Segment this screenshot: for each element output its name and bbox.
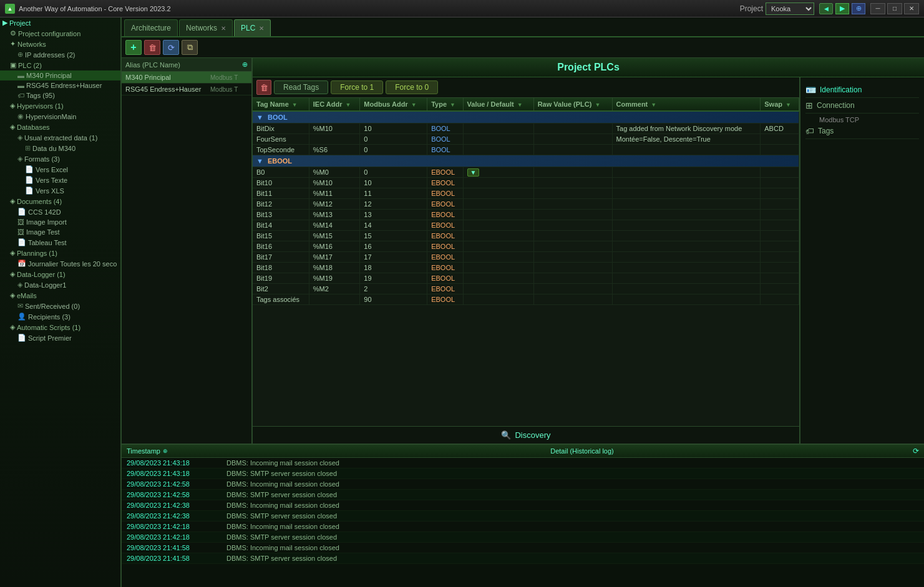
section-header-bool-section[interactable]: ▼ BOOL [253,111,799,124]
sidebar-item-plannings[interactable]: ◈Plannings (1) [0,248,120,258]
log-filter-icon[interactable]: ⊕ [163,448,168,454]
sidebar-icon-documents: ◈ [10,197,15,205]
sidebar-item-image-test[interactable]: 🖼Image Test [0,227,120,237]
sidebar-item-data-logger1[interactable]: ◈Data-Logger1 [0,279,120,290]
modbus-tcp-label: Modbus TCP [805,114,919,124]
tab-label-plc: PLC [241,24,255,32]
sidebar-item-ccs-142d[interactable]: 📄CCS 142D [0,206,120,217]
plc-row-m340[interactable]: M340 PrincipalModbus T [122,72,251,84]
sidebar-item-script-premier[interactable]: 📄Script Premier [0,332,120,343]
table-row[interactable]: Bit16 %M16 16 EBOOL [253,241,799,252]
log-detail: DBMS: Incoming mail session closed [226,480,919,488]
sidebar-item-hypervisors[interactable]: ◈Hypervisors (1) [0,100,120,111]
table-row[interactable]: Bit13 %M13 13 EBOOL [253,210,799,220]
sidebar-item-image-import[interactable]: 🖼Image Import [0,217,120,227]
sidebar-item-data-logger[interactable]: ◈Data-Logger (1) [0,269,120,279]
copy-plc-btn[interactable]: ⧉ [182,40,198,55]
left-pane-scrollbar[interactable] [122,436,251,444]
maximize-btn[interactable]: □ [887,3,902,14]
log-header: Timestamp ⊕ Detail (Historical log) ⟳ [122,445,924,458]
table-row[interactable]: Bit18 %M18 18 EBOOL [253,263,799,273]
type-cell: EBOOL [427,263,463,273]
identification-item[interactable]: 🪪 Identification [805,82,919,98]
delete-tag-btn[interactable]: 🗑 [256,80,271,95]
refresh-plc-btn[interactable]: ⟳ [163,40,179,55]
close-btn[interactable]: ✕ [904,3,919,14]
table-row[interactable]: FourSens 0 BOOL Montée=False, Descente=T… [253,134,799,145]
tab-networks[interactable]: Networks✕ [179,19,233,36]
sidebar-item-m340-principal[interactable]: ▬M340 Principal [0,70,120,80]
globe-btn[interactable]: ⊕ [852,3,865,14]
sidebar-icon-plc: ▣ [10,61,16,69]
table-row[interactable]: Bit15 %M15 15 EBOOL [253,231,799,241]
add-plc-btn[interactable]: + [125,40,142,55]
table-row[interactable]: Bit11 %M11 11 EBOOL [253,188,799,199]
tags-icon: 🏷 [805,126,814,136]
table-row[interactable]: B0 %M0 0 EBOOL ▼ [253,167,799,178]
connection-item[interactable]: ⊞ Connection [805,98,919,114]
section-header-ebool-section[interactable]: ▼ EBOOL [253,155,799,167]
sidebar-item-databases[interactable]: ◈Databases [0,122,120,132]
sidebar-item-networks[interactable]: ✦Networks [0,39,120,49]
sidebar-item-tableau-test[interactable]: 📄Tableau Test [0,237,120,248]
sidebar-item-formats[interactable]: ◈Formats (3) [0,153,120,164]
sidebar-item-usual-extracted[interactable]: ◈Usual extracted data (1) [0,132,120,143]
sidebar-item-journalier[interactable]: 📅Journalier Toutes les 20 seco [0,258,120,269]
table-row[interactable]: Bit19 %M19 19 EBOOL [253,273,799,284]
comment-cell [612,273,761,284]
table-row[interactable]: Bit2 %M2 2 EBOOL [253,284,799,294]
table-row[interactable]: Bit10 %M10 10 EBOOL [253,178,799,188]
sidebar-item-vers-texte[interactable]: 📄Vers Texte [0,175,120,185]
plc-name-m340: M340 Principal [125,74,210,81]
sidebar-item-rsg45[interactable]: ▬RSG45 Endress+Hauser [0,80,120,90]
tab-plc[interactable]: PLC✕ [234,19,271,36]
force-to-0-btn[interactable]: Force to 0 [386,80,438,94]
sidebar-item-project[interactable]: ▶Project [0,17,120,28]
tab-close-networks[interactable]: ✕ [221,25,226,32]
force-to-1-btn[interactable]: Force to 1 [331,80,383,94]
sidebar-item-emails[interactable]: ◈eMails [0,290,120,301]
table-row[interactable]: Bit17 %M17 17 EBOOL [253,252,799,263]
collapse-icon-bool-section[interactable]: ▼ [256,114,263,121]
sidebar-item-plc[interactable]: ▣PLC (2) [0,60,120,70]
sidebar-item-vers-excel[interactable]: 📄Vers Excel [0,164,120,175]
sidebar-item-recipients[interactable]: 👤Recipients (3) [0,311,120,322]
log-timestamp: 29/08/2023 21:42:38 [127,512,226,520]
nav-prev-btn[interactable]: ◀ [819,3,833,14]
sidebar-label-project: Project [9,19,31,27]
table-row[interactable]: Tags associés 90 EBOOL [253,294,799,305]
sidebar-item-documents[interactable]: ◈Documents (4) [0,196,120,206]
sidebar-item-auto-scripts[interactable]: ◈Automatic Scripts (1) [0,322,120,332]
log-timestamp-col: Timestamp ⊕ [127,447,251,455]
table-row[interactable]: BitDix %M10 10 BOOL Tag added from Netwo… [253,124,799,134]
th-comment: Comment ▼ [612,98,761,111]
minimize-btn[interactable]: ─ [870,3,885,14]
sidebar-item-data-m340[interactable]: ⊞Data du M340 [0,143,120,153]
sidebar-item-project-config[interactable]: ⚙Project configuration [0,28,120,39]
table-row[interactable]: Bit12 %M12 12 EBOOL [253,199,799,210]
sidebar-item-sent-received[interactable]: ✉Sent/Received (0) [0,301,120,311]
sidebar-item-ip-addresses[interactable]: ⊕IP addresses (2) [0,49,120,60]
tags-table-container[interactable]: Tag Name ▼ IEC Addr ▼ Modbus Addr ▼ Type… [253,98,799,426]
tab-architecture[interactable]: Architecture [124,19,178,36]
connection-icon: ⊞ [805,100,813,110]
alias-filter-icon[interactable]: ⊕ [242,61,248,69]
run-btn[interactable]: ▶ [835,3,849,14]
sidebar-item-vers-xls[interactable]: 📄Vers XLS [0,185,120,196]
sidebar-item-hypervisionmain[interactable]: ◉HypervisionMain [0,111,120,122]
tabbar: ArchitectureNetworks✕PLC✕ [122,17,924,37]
read-tags-btn[interactable]: Read Tags [274,80,328,94]
iec-addr-cell: %M15 [309,231,360,241]
sidebar-icon-usual-extracted: ◈ [17,133,22,142]
table-row[interactable]: Bit14 %M14 14 EBOOL [253,220,799,231]
tags-info-item[interactable]: 🏷 Tags [805,124,919,139]
log-refresh-btn[interactable]: ⟳ [913,447,919,455]
plc-row-rsg45[interactable]: RSG45 Endress+HauserModbus T [122,84,251,95]
delete-plc-btn[interactable]: 🗑 [144,40,160,55]
project-dropdown[interactable]: Kooka [766,2,814,15]
table-row[interactable]: TopSeconde %S6 0 BOOL [253,145,799,155]
collapse-icon-ebool-section[interactable]: ▼ [256,157,263,165]
tab-close-plc[interactable]: ✕ [259,25,264,32]
sidebar-item-tags[interactable]: 🏷Tags (95) [0,90,120,100]
discovery-btn[interactable]: 🔍 Discovery [501,430,550,440]
